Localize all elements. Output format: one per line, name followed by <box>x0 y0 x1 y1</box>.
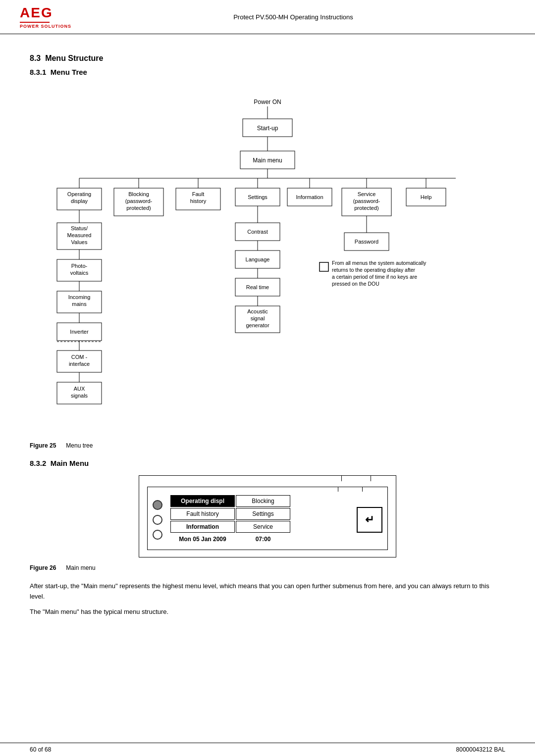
svg-text:a certain period of time if no: a certain period of time if no keys are <box>332 274 417 280</box>
svg-text:Main menu: Main menu <box>253 157 282 164</box>
menu-date: Mon 05 Jan 2009 <box>170 534 235 545</box>
svg-text:COM -: COM - <box>71 354 88 360</box>
menu-tree-diagram: Power ON Start-up Main menu <box>30 84 505 432</box>
svg-text:generator: generator <box>246 322 269 328</box>
svg-text:From all menus the system auto: From all menus the system automatically <box>332 260 427 266</box>
menu-grid: Operating displ Blocking Fault history S… <box>170 495 348 545</box>
svg-text:Password: Password <box>355 239 378 245</box>
svg-text:Help: Help <box>421 194 432 200</box>
section-8-3-1-heading: 8.3.1 Menu Tree <box>30 68 505 76</box>
enter-key[interactable]: ↵ <box>357 507 382 533</box>
page-header: AEG POWER SOLUTIONS Protect PV.500-MH Op… <box>0 0 535 34</box>
logo-subtitle: POWER SOLUTIONS <box>20 24 71 29</box>
figure-25-label: Figure 25 <box>30 442 56 449</box>
svg-text:Contrast: Contrast <box>247 229 268 235</box>
tree-svg: Power ON Start-up Main menu <box>30 84 505 431</box>
menu-cell-fault-history[interactable]: Fault history <box>170 508 235 520</box>
svg-text:Operating: Operating <box>67 191 91 197</box>
svg-text:display: display <box>71 198 88 204</box>
menu-cell-settings[interactable]: Settings <box>236 508 290 520</box>
svg-text:Acoustic: Acoustic <box>247 308 268 314</box>
svg-text:Start-up: Start-up <box>257 125 278 132</box>
svg-text:protected): protected) <box>354 205 379 211</box>
section-8-3-2-heading: 8.3.2 Main Menu <box>30 459 505 467</box>
svg-text:Inverter: Inverter <box>70 329 89 335</box>
svg-text:history: history <box>190 198 207 204</box>
svg-text:AUX: AUX <box>74 386 85 392</box>
circle-button-2 <box>153 515 162 525</box>
figure-25-text: Menu tree <box>66 442 93 449</box>
svg-text:mains: mains <box>72 301 87 307</box>
svg-text:interface: interface <box>69 361 90 367</box>
svg-text:Fault: Fault <box>192 191 204 197</box>
svg-text:pressed on the DOU: pressed on the DOU <box>332 281 379 287</box>
svg-text:signal: signal <box>251 315 265 321</box>
svg-rect-78 <box>320 262 328 271</box>
menu-cell-blocking[interactable]: Blocking <box>236 495 290 507</box>
svg-text:Measured: Measured <box>67 232 92 238</box>
main-menu-figure: Operating displ Blocking Fault history S… <box>30 475 505 557</box>
svg-text:protected): protected) <box>126 205 151 211</box>
menu-cell-operating-disp[interactable]: Operating displ <box>170 495 235 507</box>
page-content: 8.3 Menu Structure 8.3.1 Menu Tree Power… <box>0 34 535 632</box>
menu-time: 07:00 <box>236 534 290 545</box>
figure-25-caption: Figure 25 Menu tree <box>30 442 505 449</box>
logo-area: AEG POWER SOLUTIONS <box>20 5 71 29</box>
menu-cell-service[interactable]: Service <box>236 521 290 533</box>
circle-button-3 <box>153 530 162 540</box>
svg-text:Blocking: Blocking <box>128 191 149 197</box>
svg-text:Values: Values <box>71 239 88 245</box>
svg-text:Status/: Status/ <box>71 225 88 231</box>
description-para2: The "Main menu" has the typical menu str… <box>30 607 505 617</box>
document-title: Protect PV.500-MH Operating Instructions <box>71 13 515 21</box>
svg-text:Incoming: Incoming <box>68 294 91 300</box>
menu-cell-information[interactable]: Information <box>170 521 235 533</box>
svg-text:Information: Information <box>296 194 323 200</box>
svg-text:(password-: (password- <box>353 198 380 204</box>
svg-text:Power ON: Power ON <box>254 99 281 105</box>
document-number: 80000043212 BAL <box>456 746 505 753</box>
svg-text:returns to the operating displ: returns to the operating display after <box>332 267 416 273</box>
svg-text:Language: Language <box>246 256 270 262</box>
figure-26-caption: Figure 26 Main menu <box>30 564 505 571</box>
svg-text:Service: Service <box>358 191 376 197</box>
page-number: 60 of 68 <box>30 746 51 753</box>
svg-text:voltaics: voltaics <box>70 270 89 276</box>
svg-text:Real time: Real time <box>246 284 269 290</box>
svg-text:Settings: Settings <box>248 194 268 200</box>
figure-26-text: Main menu <box>66 564 95 571</box>
figure-26-label: Figure 26 <box>30 564 56 571</box>
description-para1: After start-up, the "Main menu" represen… <box>30 581 505 602</box>
logo-line <box>20 22 50 23</box>
circle-button-1 <box>153 500 162 510</box>
svg-text:Photo-: Photo- <box>71 263 88 269</box>
svg-text:signals: signals <box>71 393 88 399</box>
aeg-logo: AEG <box>20 5 53 21</box>
section-8-3-heading: 8.3 Menu Structure <box>30 54 505 63</box>
svg-text:(password-: (password- <box>125 198 153 204</box>
page-footer: 60 of 68 80000043212 BAL <box>0 743 535 756</box>
